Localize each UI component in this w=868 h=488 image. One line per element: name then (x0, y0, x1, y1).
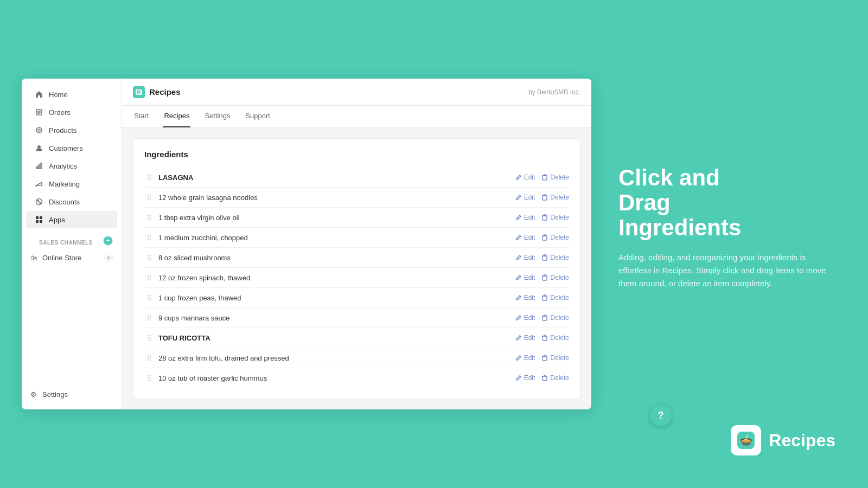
sidebar-item-customers[interactable]: Customers (26, 139, 117, 157)
channels-label: SALES CHANNELS (30, 233, 101, 248)
svg-rect-16 (40, 216, 42, 219)
sidebar-item-analytics[interactable]: Analytics (26, 157, 117, 175)
svg-point-113 (148, 375, 149, 376)
svg-point-50 (148, 235, 149, 236)
ingredient-row: 12 oz frozen spinach, thawed Edit Delete (144, 268, 569, 288)
ingredient-name: 1 cup frozen peas, thawed (158, 294, 511, 302)
drag-handle[interactable] (144, 333, 154, 342)
svg-rect-74 (542, 276, 547, 280)
drag-handle[interactable] (144, 193, 154, 202)
delete-button[interactable]: Delete (541, 354, 569, 362)
main-content: Recipes by BentoSMB Inc. StartRecipesSet… (122, 79, 591, 409)
svg-point-35 (150, 197, 151, 198)
ingredient-name: 28 oz extra firm tofu, drained and press… (158, 354, 511, 362)
drag-handle[interactable] (144, 173, 154, 182)
sidebar-item-orders[interactable]: Orders (26, 104, 117, 121)
right-panel: Click andDragIngredients Adding, editing… (597, 0, 868, 488)
drag-handle[interactable] (144, 233, 154, 242)
svg-point-105 (150, 355, 151, 356)
browser-window: Home Orders Products Customers Analytics… (22, 79, 591, 409)
drag-handle[interactable] (144, 354, 154, 362)
delete-button[interactable]: Delete (541, 254, 569, 261)
sidebar-item-home[interactable]: Home (26, 86, 117, 103)
svg-point-34 (148, 197, 149, 198)
svg-point-37 (150, 199, 151, 200)
drag-handle[interactable] (144, 273, 154, 282)
svg-point-53 (150, 237, 151, 238)
sidebar-item-online-store[interactable]: 🛍 Online Store ⚙ (22, 250, 122, 265)
edit-button[interactable]: Edit (515, 274, 535, 281)
delete-button[interactable]: Delete (541, 174, 569, 181)
delete-button[interactable]: Delete (541, 274, 569, 281)
edit-button[interactable]: Edit (515, 334, 535, 342)
svg-point-63 (148, 259, 149, 260)
sidebar-item-products[interactable]: Products (26, 121, 117, 139)
svg-point-73 (150, 279, 151, 280)
orders-icon (35, 108, 43, 117)
edit-button[interactable]: Edit (515, 354, 535, 362)
svg-rect-101 (542, 336, 547, 341)
delete-button[interactable]: Delete (541, 234, 569, 241)
edit-button[interactable]: Edit (515, 214, 535, 221)
edit-button[interactable]: Edit (515, 194, 535, 201)
edit-button[interactable]: Edit (515, 374, 535, 382)
add-channel-button[interactable]: + (103, 236, 113, 246)
svg-rect-83 (542, 296, 547, 300)
drag-handle[interactable] (144, 374, 154, 382)
edit-button[interactable]: Edit (515, 234, 535, 241)
svg-point-26 (150, 177, 151, 178)
edit-button[interactable]: Edit (515, 314, 535, 322)
svg-point-98 (150, 337, 151, 338)
svg-rect-56 (542, 236, 547, 240)
svg-point-117 (148, 380, 149, 381)
drag-handle[interactable] (144, 213, 154, 222)
svg-rect-65 (542, 256, 547, 260)
sidebar-label-customers: Customers (49, 144, 83, 152)
right-heading: Click andDragIngredients (618, 165, 835, 241)
delete-button[interactable]: Delete (541, 314, 569, 322)
apps-icon (35, 215, 43, 224)
svg-point-118 (150, 380, 151, 381)
ingredient-row: 9 cups marinara sauce Edit Delete (144, 308, 569, 328)
channel-settings-icon[interactable]: ⚙ (104, 253, 113, 262)
svg-point-100 (150, 339, 151, 341)
settings-label: Settings (42, 390, 68, 399)
svg-point-87 (150, 315, 151, 316)
edit-button[interactable]: Edit (515, 254, 535, 261)
delete-button[interactable]: Delete (541, 374, 569, 382)
svg-rect-92 (542, 316, 547, 320)
delete-button[interactable]: Delete (541, 294, 569, 301)
sidebar-label-marketing: Marketing (49, 180, 80, 188)
svg-point-42 (150, 215, 151, 216)
drag-handle[interactable] (144, 313, 154, 322)
svg-point-90 (148, 319, 149, 320)
edit-button[interactable]: Edit (515, 174, 535, 181)
sidebar-item-discounts[interactable]: Discounts (26, 193, 117, 210)
tab-recipes[interactable]: Recipes (163, 106, 190, 127)
channel-label: Online Store (42, 254, 81, 262)
tab-start[interactable]: Start (133, 106, 150, 127)
row-actions: Edit Delete (515, 334, 569, 342)
ingredient-name: 1 tbsp extra virgin olive oil (158, 214, 511, 222)
drag-handle[interactable] (144, 253, 154, 262)
svg-point-5 (38, 129, 40, 131)
sidebar-item-marketing[interactable]: Marketing (26, 175, 117, 192)
svg-rect-17 (36, 220, 39, 223)
tab-settings[interactable]: Settings (203, 106, 231, 127)
tab-support[interactable]: Support (244, 106, 271, 127)
delete-button[interactable]: Delete (541, 214, 569, 221)
settings-nav-item[interactable]: ⚙ Settings (22, 386, 122, 403)
row-actions: Edit Delete (515, 274, 569, 281)
right-logo-area: 🍲 Recipes (731, 425, 835, 455)
svg-point-51 (150, 235, 151, 236)
delete-button[interactable]: Delete (541, 194, 569, 201)
svg-text:🍲: 🍲 (739, 434, 753, 447)
delete-button[interactable]: Delete (541, 334, 569, 342)
svg-rect-119 (542, 376, 547, 381)
app-title-text: Recipes (149, 87, 181, 97)
ingredients-panel: Ingredients LASAGNA Edit (122, 127, 591, 409)
sidebar-item-apps[interactable]: Apps (26, 211, 117, 228)
discounts-icon (35, 197, 43, 206)
drag-handle[interactable] (144, 293, 154, 302)
edit-button[interactable]: Edit (515, 294, 535, 301)
